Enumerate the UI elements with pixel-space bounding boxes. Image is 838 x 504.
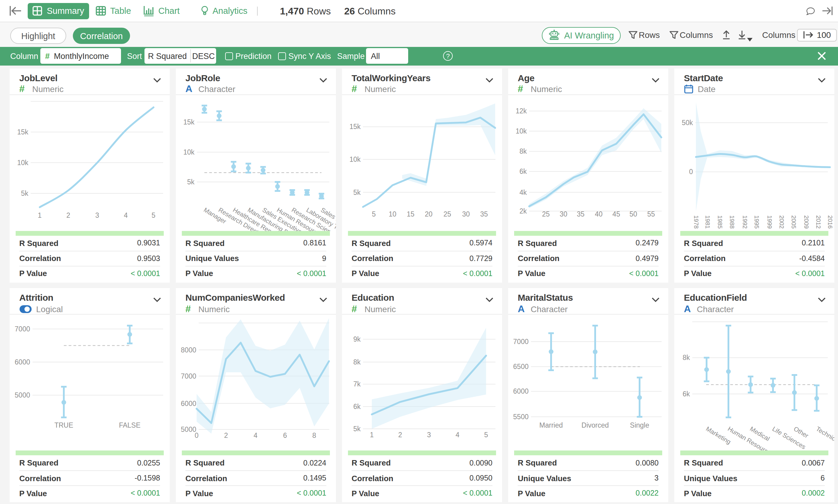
svg-text:8k: 8k bbox=[683, 354, 690, 361]
svg-text:25: 25 bbox=[542, 210, 550, 218]
svg-text:15k: 15k bbox=[349, 122, 361, 130]
svg-text:1988: 1988 bbox=[729, 215, 735, 229]
svg-text:5: 5 bbox=[484, 431, 488, 439]
svg-text:5k: 5k bbox=[187, 178, 195, 185]
svg-text:6000: 6000 bbox=[181, 400, 196, 408]
svg-text:0: 0 bbox=[195, 432, 199, 439]
svg-text:4k: 4k bbox=[519, 188, 527, 196]
svg-text:2: 2 bbox=[224, 432, 228, 439]
svg-text:35: 35 bbox=[577, 210, 584, 218]
svg-text:8000: 8000 bbox=[181, 346, 196, 354]
svg-text:45: 45 bbox=[613, 210, 620, 218]
svg-text:50: 50 bbox=[629, 210, 637, 218]
svg-text:10k: 10k bbox=[349, 155, 361, 163]
svg-text:Married: Married bbox=[540, 421, 563, 429]
svg-text:30: 30 bbox=[462, 210, 470, 218]
svg-text:1995: 1995 bbox=[753, 215, 760, 229]
svg-text:6500: 6500 bbox=[513, 363, 529, 371]
svg-text:40: 40 bbox=[595, 210, 603, 218]
svg-text:2k: 2k bbox=[519, 207, 527, 215]
svg-text:5k: 5k bbox=[21, 189, 29, 197]
svg-text:1992: 1992 bbox=[742, 215, 748, 229]
svg-text:6000: 6000 bbox=[513, 387, 529, 395]
svg-text:5000: 5000 bbox=[181, 426, 196, 433]
svg-text:15: 15 bbox=[407, 210, 414, 218]
svg-text:1: 1 bbox=[38, 211, 42, 219]
svg-text:6: 6 bbox=[283, 432, 287, 439]
svg-text:7000: 7000 bbox=[15, 325, 30, 333]
svg-text:30: 30 bbox=[560, 210, 567, 218]
svg-text:TRUE: TRUE bbox=[54, 421, 73, 429]
svg-text:6k: 6k bbox=[683, 390, 690, 398]
svg-text:2016: 2016 bbox=[827, 215, 834, 229]
svg-text:50k: 50k bbox=[682, 119, 693, 126]
svg-text:Technical Degree: Technical Degree bbox=[815, 425, 834, 450]
svg-text:5: 5 bbox=[152, 211, 156, 219]
svg-text:1985: 1985 bbox=[717, 215, 723, 229]
svg-text:2002: 2002 bbox=[779, 215, 785, 229]
svg-text:1: 1 bbox=[370, 431, 374, 439]
svg-text:15k: 15k bbox=[183, 118, 195, 126]
svg-text:7k: 7k bbox=[353, 380, 361, 388]
svg-text:2009: 2009 bbox=[803, 215, 810, 229]
svg-text:10k: 10k bbox=[17, 159, 29, 166]
svg-text:2012: 2012 bbox=[815, 215, 822, 229]
svg-text:6k: 6k bbox=[353, 403, 361, 411]
svg-text:1978: 1978 bbox=[693, 215, 700, 229]
svg-text:3: 3 bbox=[96, 211, 99, 219]
svg-text:8k: 8k bbox=[353, 358, 361, 366]
svg-text:FALSE: FALSE bbox=[119, 421, 140, 429]
svg-text:20: 20 bbox=[425, 210, 432, 218]
svg-text:0: 0 bbox=[689, 167, 693, 175]
svg-text:6000: 6000 bbox=[15, 358, 30, 366]
svg-text:9k: 9k bbox=[353, 335, 361, 343]
svg-text:35: 35 bbox=[480, 210, 488, 218]
svg-text:Divorced: Divorced bbox=[582, 421, 609, 429]
svg-text:15k: 15k bbox=[17, 128, 29, 136]
svg-text:Other: Other bbox=[792, 425, 810, 439]
svg-text:1981: 1981 bbox=[704, 215, 711, 229]
svg-text:5000: 5000 bbox=[15, 391, 30, 399]
svg-text:10: 10 bbox=[389, 210, 396, 218]
svg-text:4: 4 bbox=[254, 432, 258, 439]
svg-text:8k: 8k bbox=[519, 147, 527, 155]
svg-text:6k: 6k bbox=[519, 167, 527, 175]
svg-text:1999: 1999 bbox=[766, 215, 773, 229]
svg-text:7000: 7000 bbox=[181, 372, 196, 380]
svg-text:8: 8 bbox=[312, 432, 317, 439]
svg-text:7000: 7000 bbox=[513, 338, 529, 345]
svg-text:5500: 5500 bbox=[513, 413, 529, 421]
svg-text:10k: 10k bbox=[516, 127, 527, 135]
svg-text:10k: 10k bbox=[183, 148, 195, 156]
svg-text:3: 3 bbox=[427, 431, 431, 439]
svg-text:Single: Single bbox=[630, 421, 649, 429]
svg-text:5: 5 bbox=[372, 210, 376, 218]
svg-text:55: 55 bbox=[647, 210, 655, 218]
svg-text:2: 2 bbox=[398, 431, 402, 439]
svg-text:2005: 2005 bbox=[790, 215, 797, 229]
svg-text:5k: 5k bbox=[353, 425, 361, 433]
svg-text:12k: 12k bbox=[516, 107, 527, 114]
svg-text:4: 4 bbox=[124, 211, 128, 219]
svg-text:5k: 5k bbox=[353, 188, 361, 196]
svg-text:2: 2 bbox=[67, 211, 70, 219]
svg-text:4: 4 bbox=[456, 431, 460, 439]
svg-text:25: 25 bbox=[443, 210, 451, 218]
